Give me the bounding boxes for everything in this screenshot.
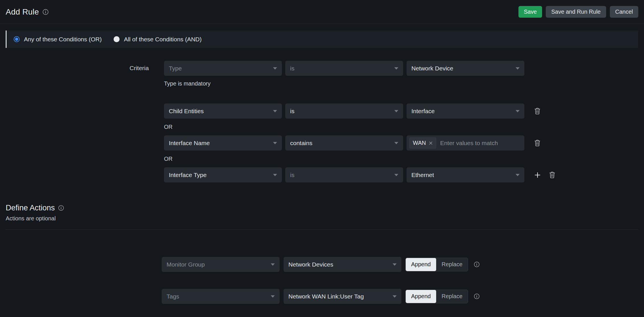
action-field-value: Tags (167, 293, 179, 300)
action-value-value: Network Devices (288, 261, 333, 268)
radio-all-conditions[interactable]: All of these Conditions (AND) (114, 36, 202, 43)
operator-dropdown-value: is (290, 65, 294, 72)
value-dropdown[interactable]: Ethernet (407, 167, 524, 182)
page-title: Add Rule (6, 7, 39, 17)
chevron-down-icon (271, 263, 275, 266)
radio-unselected-icon[interactable] (114, 36, 120, 42)
chevron-down-icon (393, 263, 397, 266)
info-icon[interactable] (42, 9, 49, 15)
action-value-dropdown[interactable]: Network Devices (284, 257, 401, 272)
chevron-down-icon (273, 174, 277, 176)
info-icon[interactable] (474, 261, 480, 267)
criteria-section: Criteria Type is Network Device Type is … (0, 61, 644, 182)
header: Add Rule Save Save and Run Rule Cancel (0, 0, 644, 24)
header-title-group: Add Rule (6, 7, 49, 17)
radio-all-label: All of these Conditions (AND) (124, 36, 202, 43)
delete-row-button[interactable] (549, 171, 555, 178)
delete-row-button[interactable] (534, 139, 541, 147)
action-field-dropdown[interactable]: Tags (162, 289, 280, 304)
criteria-row-interface-type: Interface Type is Ethernet (164, 167, 644, 182)
define-actions-header: Define Actions Actions are optional (0, 204, 644, 222)
action-field-dropdown[interactable]: Monitor Group (162, 257, 280, 272)
action-row-tags: Tags Network WAN Link:User Tag Append Re… (162, 289, 644, 304)
chevron-down-icon (273, 110, 277, 112)
chevron-down-icon (394, 174, 398, 176)
field-dropdown[interactable]: Type (164, 61, 282, 76)
operator-dropdown[interactable]: is (285, 167, 403, 182)
operator-dropdown-value: contains (290, 140, 312, 147)
action-value-value: Network WAN Link:User Tag (288, 293, 364, 300)
action-field-value: Monitor Group (167, 261, 205, 268)
field-dropdown-value: Interface Type (169, 172, 207, 178)
radio-any-conditions[interactable]: Any of these Conditions (OR) (14, 36, 102, 43)
operator-dropdown[interactable]: contains (285, 135, 403, 151)
chevron-down-icon (273, 142, 277, 144)
append-replace-toggle: Append Replace (405, 258, 468, 271)
field-dropdown[interactable]: Interface Name (164, 135, 282, 151)
trash-icon (534, 107, 541, 115)
value-chip: WAN (409, 137, 436, 149)
append-option[interactable]: Append (406, 258, 436, 271)
delete-row-button[interactable] (534, 107, 541, 115)
cancel-button[interactable]: Cancel (610, 6, 638, 18)
value-dropdown-value: Interface (411, 108, 435, 115)
trash-icon (549, 171, 555, 178)
chevron-down-icon (516, 67, 520, 70)
save-and-run-button[interactable]: Save and Run Rule (546, 6, 606, 18)
operator-dropdown-value: is (290, 172, 294, 178)
replace-option[interactable]: Replace (436, 290, 468, 303)
section-divider (6, 229, 638, 230)
trash-icon (534, 139, 541, 147)
operator-dropdown[interactable]: is (285, 61, 403, 76)
plus-icon (534, 172, 541, 178)
action-row-monitor-group: Monitor Group Network Devices Append Rep… (162, 257, 644, 272)
operator-dropdown-value: is (290, 108, 294, 115)
info-icon[interactable] (58, 205, 64, 211)
radio-selected-icon[interactable] (14, 36, 20, 42)
define-actions-title: Define Actions (6, 204, 55, 212)
value-dropdown[interactable]: Interface (407, 103, 524, 119)
append-option[interactable]: Append (406, 290, 436, 303)
chevron-down-icon (394, 110, 398, 112)
field-dropdown[interactable]: Interface Type (164, 167, 282, 182)
chevron-down-icon (271, 295, 275, 298)
add-row-button[interactable] (534, 172, 541, 178)
chevron-down-icon (393, 295, 397, 298)
chevron-down-icon (273, 67, 277, 70)
chevron-down-icon (516, 174, 520, 176)
value-dropdown[interactable]: Network Device (407, 61, 524, 76)
remove-tag-icon[interactable] (429, 141, 433, 145)
action-rows: Monitor Group Network Devices Append Rep… (0, 257, 644, 304)
action-value-dropdown[interactable]: Network WAN Link:User Tag (284, 289, 401, 304)
field-dropdown-value: Interface Name (169, 140, 210, 147)
field-dropdown-value: Child Entities (169, 108, 204, 115)
chevron-down-icon (394, 142, 398, 144)
field-dropdown[interactable]: Child Entities (164, 103, 282, 119)
actions-optional-note: Actions are optional (6, 215, 638, 222)
type-mandatory-helper: Type is mandatory (164, 80, 644, 87)
chevron-down-icon (516, 110, 520, 112)
operator-dropdown[interactable]: is (285, 103, 403, 119)
tag-input-placeholder: Enter values to match (440, 140, 498, 147)
criteria-row-type: Type is Network Device (164, 61, 644, 76)
replace-option[interactable]: Replace (436, 258, 468, 271)
save-button[interactable]: Save (518, 6, 542, 18)
or-separator: OR (164, 156, 644, 162)
header-actions: Save Save and Run Rule Cancel (518, 6, 638, 18)
criteria-label: Criteria (130, 65, 149, 72)
value-dropdown-value: Ethernet (411, 172, 434, 178)
radio-any-label: Any of these Conditions (OR) (24, 36, 102, 43)
condition-mode-bar: Any of these Conditions (OR) All of thes… (6, 31, 638, 48)
value-chip-label: WAN (413, 140, 426, 146)
append-replace-toggle: Append Replace (405, 290, 468, 303)
field-dropdown-value: Type (169, 65, 182, 72)
info-icon[interactable] (474, 293, 480, 299)
or-separator: OR (164, 124, 644, 130)
chevron-down-icon (394, 67, 398, 70)
criteria-row-child-entities: Child Entities is Interface (164, 103, 644, 119)
value-dropdown-value: Network Device (411, 65, 453, 72)
values-tag-input[interactable]: WAN Enter values to match (407, 135, 524, 151)
criteria-row-interface-name: Interface Name contains WAN Enter values… (164, 135, 644, 151)
